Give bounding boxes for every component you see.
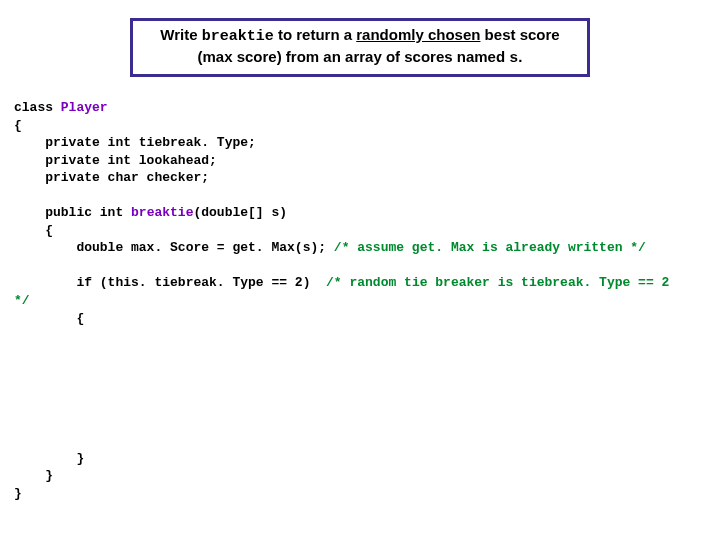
code-line-7: {	[14, 223, 53, 238]
banner-code-1: breaktie	[202, 28, 274, 45]
code-line-11: {	[14, 311, 84, 326]
code-line-6b: breaktie	[131, 205, 193, 220]
code-line-1a: class	[14, 100, 61, 115]
code-line-9b: /* random tie breaker is tiebreak. Type …	[326, 275, 669, 290]
code-line-12: }	[14, 451, 84, 466]
banner-text-1: Write	[160, 26, 201, 43]
code-block: class Player { private int tiebreak. Typ…	[14, 99, 706, 503]
code-line-4: private int lookahead;	[14, 153, 217, 168]
banner-underline: randomly chosen	[356, 26, 480, 43]
banner-text-5: .	[518, 48, 522, 65]
code-line-8b: /* assume get. Max is already written */	[334, 240, 646, 255]
banner-text-4: (max score) from an array of scores name…	[198, 48, 510, 65]
code-line-6a: public int	[14, 205, 131, 220]
code-line-1b: Player	[61, 100, 108, 115]
code-line-6c: (double[] s)	[193, 205, 287, 220]
instruction-banner: Write breaktie to return a randomly chos…	[130, 18, 590, 77]
code-line-10: */	[14, 293, 30, 308]
banner-text-2: to return a	[274, 26, 357, 43]
code-line-14: }	[14, 486, 22, 501]
code-line-2: {	[14, 118, 22, 133]
code-line-5: private char checker;	[14, 170, 209, 185]
code-line-9a: if (this. tiebreak. Type == 2)	[14, 275, 326, 290]
code-line-3: private int tiebreak. Type;	[14, 135, 256, 150]
code-line-13: }	[14, 468, 53, 483]
code-line-8a: double max. Score = get. Max(s);	[14, 240, 334, 255]
banner-code-2: s	[509, 50, 518, 67]
banner-text-3: best score	[480, 26, 559, 43]
